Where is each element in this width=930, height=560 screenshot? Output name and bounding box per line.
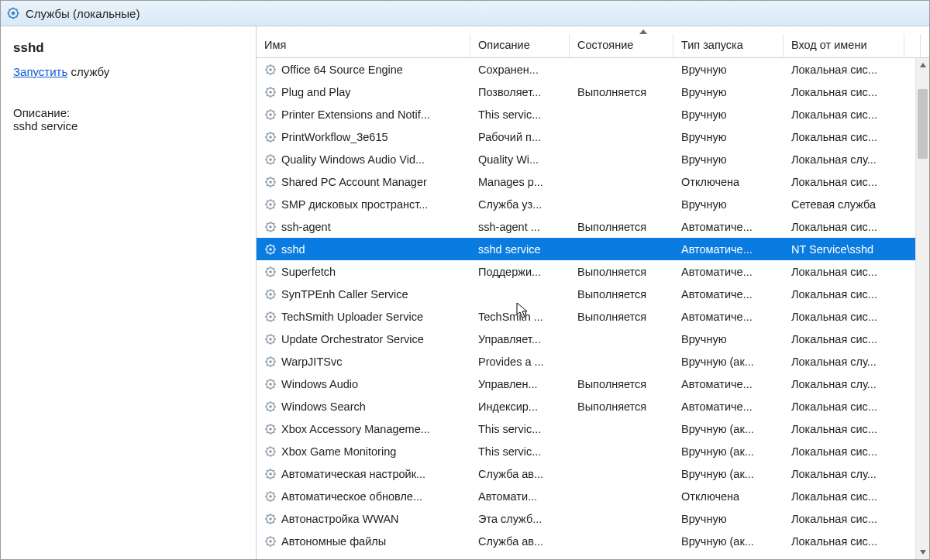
svg-line-119 [274,290,275,292]
svg-line-138 [274,342,275,343]
gear-icon [264,288,277,301]
service-row[interactable]: ssh-agentssh-agent ...ВыполняетсяАвтомат… [257,215,915,238]
service-name-text: Office 64 Source Engine [281,64,403,76]
service-row[interactable]: PrintWorkflow_3e615Рабочий п...ВручнуюЛо… [257,125,915,148]
cell-startup: Автоматиче... [673,400,784,413]
svg-line-90 [267,229,268,231]
service-name-text: sshd [281,243,305,256]
svg-line-228 [274,544,275,545]
svg-line-180 [267,431,268,433]
service-row[interactable]: Xbox Game MonitoringThis servic...Вручну… [257,440,915,462]
service-row[interactable]: Shared PC Account ManagerManages p...Отк… [257,170,915,193]
service-row[interactable]: Office 64 Source EngineСохранен...Вручну… [257,58,915,81]
start-service-rest: службу [67,65,109,78]
gear-icon [264,153,277,166]
service-row[interactable]: Windows AudioУправлен...ВыполняетсяАвтом… [257,373,915,395]
svg-marker-232 [920,550,926,555]
cell-desc: Рабочий п... [470,131,570,143]
svg-line-160 [267,387,268,388]
col-header-name[interactable]: Имя [257,34,470,57]
service-row[interactable]: Quality Windows Audio Vid...Quality Wi..… [257,148,915,170]
svg-line-99 [274,246,275,247]
svg-line-49 [274,133,275,135]
cell-name: Xbox Accessory Manageme... [257,423,470,435]
cell-name: TechSmith Uploader Service [257,311,470,323]
service-row[interactable]: Автоматическая настройк...Служба ав...Вр… [257,462,915,485]
service-name-text: Windows Search [281,400,366,413]
cell-desc: This servic... [470,423,570,435]
svg-line-219 [274,515,275,517]
service-name-text: Update Orchestrator Service [281,333,424,345]
cell-startup: Вручную [673,86,784,98]
svg-point-152 [269,383,272,386]
service-row[interactable]: WarpJITSvcProvides a ...Вручную (ак...Ло… [257,350,915,373]
svg-line-50 [267,139,268,141]
cell-startup: Вручную [673,153,784,166]
service-row[interactable]: SMP дисковых пространст...Служба уз...Вр… [257,193,915,215]
cell-startup: Вручную [673,198,784,211]
col-header-start[interactable]: Тип запуска [673,34,784,57]
svg-line-137 [267,335,268,337]
cell-logon: Локальная слу... [784,468,904,480]
scroll-down-button[interactable] [916,545,929,559]
service-row[interactable]: Printer Extensions and Notif...This serv… [257,103,915,125]
svg-line-209 [274,493,275,494]
scrollbar-thumb[interactable] [918,89,928,159]
service-name-text: SynTPEnh Caller Service [281,288,408,301]
svg-line-179 [274,425,275,427]
svg-line-177 [267,425,268,427]
svg-line-98 [274,252,275,253]
svg-line-67 [267,178,268,180]
col-header-state[interactable]: Состояние [570,34,673,57]
service-name-text: Plug and Play [281,86,350,98]
service-row[interactable]: TechSmith Uploader ServiceTechSmith ...В… [257,305,915,328]
cell-logon: Локальная сис... [784,311,904,323]
service-name-text: Автоматическое обновле... [281,490,422,503]
cell-name: Автоматическая настройк... [257,468,470,480]
svg-point-22 [269,91,272,94]
svg-line-77 [267,201,268,202]
start-service-link[interactable]: Запустить [13,65,67,78]
cell-desc: Служба уз... [470,198,570,211]
svg-line-200 [267,476,268,478]
cell-logon: Локальная сис... [784,86,904,98]
scroll-up-button[interactable] [916,58,929,72]
col-header-logon[interactable]: Вход от имени [784,34,904,57]
col-header-desc[interactable]: Описание [470,34,570,57]
svg-point-192 [269,472,272,476]
svg-line-110 [267,274,268,276]
svg-line-47 [267,133,268,135]
gear-icon [264,64,277,76]
svg-line-220 [267,521,268,523]
vertical-scrollbar[interactable] [915,58,929,559]
cell-name: SMP дисковых пространст... [257,198,470,211]
svg-line-157 [267,380,268,382]
cell-name: Shared PC Account Manager [257,176,470,188]
gear-icon [264,131,277,143]
cell-desc: Quality Wi... [470,153,570,166]
service-row[interactable]: Plug and PlayПозволяет...ВыполняетсяВруч… [257,81,915,103]
service-row[interactable]: Update Orchestrator ServiceУправляет...В… [257,328,915,350]
svg-line-148 [274,364,275,366]
service-row[interactable]: Автоматическое обновле...Автомати...Откл… [257,485,915,507]
service-row[interactable]: Xbox Accessory Manageme...This servic...… [257,417,915,440]
gear-icon [264,490,277,503]
svg-point-142 [269,360,272,363]
service-row[interactable]: SynTPEnh Caller ServiceВыполняетсяАвтома… [257,283,915,305]
start-service-line: Запустить службу [13,65,243,78]
cell-name: Xbox Game Monitoring [257,445,470,458]
svg-line-149 [274,358,275,359]
cell-name: Автоматическое обновле... [257,490,470,503]
cell-startup: Автоматиче... [673,221,784,233]
svg-point-112 [269,293,272,296]
svg-point-72 [269,203,272,206]
service-row[interactable]: sshdsshd serviceАвтоматиче...NT Service\… [257,238,915,260]
service-row[interactable]: SuperfetchПоддержи...ВыполняетсяАвтомати… [257,260,915,283]
cell-logon: Локальная слу... [784,356,904,368]
service-row[interactable]: Windows SearchИндексир...ВыполняетсяАвто… [257,395,915,417]
cell-startup: Автоматиче... [673,243,784,256]
cell-desc: ssh-agent ... [470,221,570,233]
service-row[interactable]: Автонастройка WWANЭта служб...ВручнуюЛок… [257,507,915,530]
svg-point-52 [269,158,272,161]
service-row[interactable]: Автономные файлыСлужба ав...Вручную (ак.… [257,530,915,552]
